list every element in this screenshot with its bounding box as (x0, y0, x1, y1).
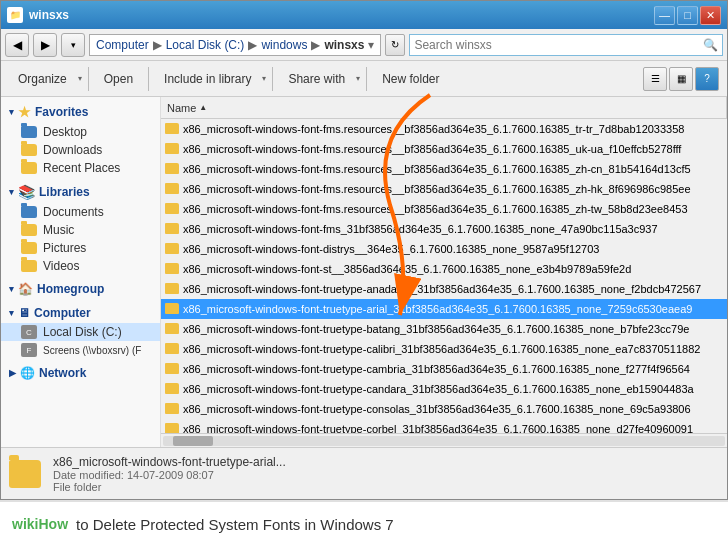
toolbar-separator-3 (272, 67, 273, 91)
share-with-button[interactable]: Share with (279, 65, 354, 93)
view-list-button[interactable]: ☰ (643, 67, 667, 91)
file-list-header: Name ▲ (161, 97, 727, 119)
sidebar-item-local-disk[interactable]: C Local Disk (C:) (1, 323, 160, 341)
table-row[interactable]: x86_microsoft-windows-font-truetype-anad… (161, 279, 727, 299)
file-list: Name ▲ x86_microsoft-windows-font-fms.re… (161, 97, 727, 447)
toolbar-separator-2 (148, 67, 149, 91)
col-header-name[interactable]: Name ▲ (161, 97, 727, 118)
status-filename: x86_microsoft-windows-font-truetype-aria… (53, 455, 719, 469)
forward-button[interactable]: ▶ (33, 33, 57, 57)
expand-icon: ▾ (9, 107, 14, 117)
videos-icon (21, 260, 37, 272)
wikihow-brand: How (38, 516, 68, 532)
computer-header[interactable]: ▾ 🖥 Computer (1, 303, 160, 323)
libraries-section: ▾ 📚 Libraries Documents Music Pict (1, 181, 160, 275)
table-row[interactable]: x86_microsoft-windows-font-fms.resources… (161, 199, 727, 219)
homegroup-icon: 🏠 (18, 282, 33, 296)
recent-label: Recent Places (43, 161, 120, 175)
path-windows[interactable]: windows (261, 38, 307, 52)
sidebar-item-pictures[interactable]: Pictures (1, 239, 160, 257)
open-button[interactable]: Open (95, 65, 142, 93)
toolbar-views: ☰ ▦ ? (643, 67, 719, 91)
computer-label: Computer (34, 306, 91, 320)
libraries-header[interactable]: ▾ 📚 Libraries (1, 181, 160, 203)
include-library-arrow: ▾ (262, 74, 266, 83)
file-name: x86_microsoft-windows-font-truetype-cali… (183, 343, 700, 355)
help-button[interactable]: ? (695, 67, 719, 91)
folder-icon (165, 383, 179, 394)
search-box[interactable]: 🔍 (409, 34, 723, 56)
table-row[interactable]: x86_microsoft-windows-font-truetype-aria… (161, 299, 727, 319)
table-row[interactable]: x86_microsoft-windows-font-distrys__364e… (161, 239, 727, 259)
favorites-header[interactable]: ▾ ★ Favorites (1, 101, 160, 123)
table-row[interactable]: x86_microsoft-windows-font-fms.resources… (161, 179, 727, 199)
folder-icon (165, 243, 179, 254)
computer-icon: 🖥 (18, 306, 30, 320)
search-input[interactable] (414, 38, 699, 52)
lib-expand-icon: ▾ (9, 187, 14, 197)
table-row[interactable]: x86_microsoft-windows-font-truetype-bata… (161, 319, 727, 339)
organize-arrow: ▾ (78, 74, 82, 83)
organize-button[interactable]: Organize (9, 65, 76, 93)
documents-icon (21, 206, 37, 218)
refresh-button[interactable]: ↻ (385, 34, 405, 56)
minimize-button[interactable]: — (654, 6, 675, 25)
path-winsxs[interactable]: winsxs (324, 38, 364, 52)
table-row[interactable]: x86_microsoft-windows-font-truetype-cali… (161, 339, 727, 359)
address-path[interactable]: Computer ▶ Local Disk (C:) ▶ windows ▶ w… (89, 34, 381, 56)
up-button[interactable]: ▾ (61, 33, 85, 57)
sidebar-item-desktop[interactable]: Desktop (1, 123, 160, 141)
file-rows[interactable]: x86_microsoft-windows-font-fms.resources… (161, 119, 727, 433)
table-row[interactable]: x86_microsoft-windows-font-truetype-cons… (161, 399, 727, 419)
horizontal-scrollbar[interactable] (161, 433, 727, 447)
table-row[interactable]: x86_microsoft-windows-font-fms.resources… (161, 159, 727, 179)
sidebar-item-recent[interactable]: Recent Places (1, 159, 160, 177)
wikihow-logo: wikiHow (12, 516, 68, 532)
scrollbar-thumb[interactable] (173, 436, 213, 446)
new-folder-button[interactable]: New folder (373, 65, 448, 93)
view-icons-button[interactable]: ▦ (669, 67, 693, 91)
window-icon: 📁 (7, 7, 23, 23)
sidebar-item-documents[interactable]: Documents (1, 203, 160, 221)
network-section: ▶ 🌐 Network (1, 363, 160, 383)
search-submit-button[interactable]: 🔍 (703, 38, 718, 52)
file-name: x86_microsoft-windows-font-truetype-bata… (183, 323, 689, 335)
file-name: x86_microsoft-windows-font-st__3856ad364… (183, 263, 631, 275)
sidebar-item-screens[interactable]: F Screens (\\vboxsrv) (F (1, 341, 160, 359)
network-header[interactable]: ▶ 🌐 Network (1, 363, 160, 383)
computer-section: ▾ 🖥 Computer C Local Disk (C:) F Screens… (1, 303, 160, 359)
pictures-icon (21, 242, 37, 254)
folder-icon (165, 203, 179, 214)
table-row[interactable]: x86_microsoft-windows-font-truetype-cand… (161, 379, 727, 399)
table-row[interactable]: x86_microsoft-windows-font-fms.resources… (161, 139, 727, 159)
table-row[interactable]: x86_microsoft-windows-font-truetype-camb… (161, 359, 727, 379)
pictures-label: Pictures (43, 241, 86, 255)
sidebar-item-downloads[interactable]: Downloads (1, 141, 160, 159)
wikihow-bar: wikiHow to Delete Protected System Fonts… (0, 500, 728, 546)
sidebar-item-videos[interactable]: Videos (1, 257, 160, 275)
table-row[interactable]: x86_microsoft-windows-font-fms_31bf3856a… (161, 219, 727, 239)
status-info: x86_microsoft-windows-font-truetype-aria… (53, 455, 719, 493)
title-bar: 📁 winsxs — □ ✕ (1, 1, 727, 29)
toolbar-separator-4 (366, 67, 367, 91)
favorites-star-icon: ★ (18, 104, 31, 120)
folder-icon (165, 363, 179, 374)
folder-icon (165, 163, 179, 174)
file-name: x86_microsoft-windows-font-truetype-corb… (183, 423, 693, 434)
back-button[interactable]: ◀ (5, 33, 29, 57)
include-library-button[interactable]: Include in library (155, 65, 260, 93)
table-row[interactable]: x86_microsoft-windows-font-truetype-corb… (161, 419, 727, 433)
libraries-icon: 📚 (18, 184, 35, 200)
network-icon: 🌐 (20, 366, 35, 380)
file-name: x86_microsoft-windows-font-truetype-aria… (183, 303, 692, 315)
path-local-disk[interactable]: Local Disk (C:) (166, 38, 245, 52)
maximize-button[interactable]: □ (677, 6, 698, 25)
table-row[interactable]: x86_microsoft-windows-font-fms.resources… (161, 119, 727, 139)
sidebar-item-music[interactable]: Music (1, 221, 160, 239)
folder-icon (165, 183, 179, 194)
path-computer[interactable]: Computer (96, 38, 149, 52)
close-button[interactable]: ✕ (700, 6, 721, 25)
homegroup-header[interactable]: ▾ 🏠 Homegroup (1, 279, 160, 299)
file-name: x86_microsoft-windows-font-truetype-cand… (183, 383, 694, 395)
table-row[interactable]: x86_microsoft-windows-font-st__3856ad364… (161, 259, 727, 279)
